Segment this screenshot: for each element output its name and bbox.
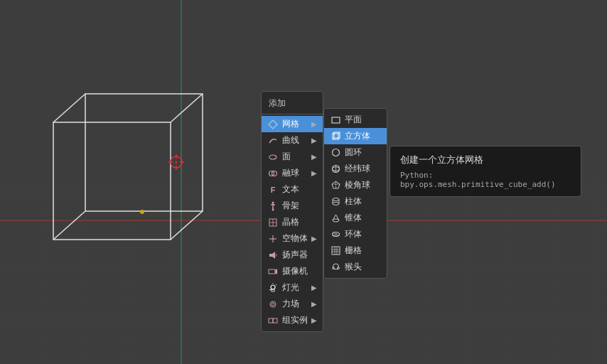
svg-point-75 — [333, 198, 339, 201]
arrow-icon: ▶ — [311, 316, 317, 324]
torus-icon — [330, 229, 341, 240]
svg-point-57 — [270, 301, 276, 307]
surface-icon — [267, 151, 279, 163]
svg-point-36 — [269, 155, 276, 159]
light-icon — [267, 282, 279, 294]
camera-icon — [267, 266, 279, 277]
viewport: 添加 网格 ▶ 曲线 ▶ — [0, 0, 607, 364]
cube-back-face — [85, 94, 203, 211]
menu-item-text[interactable]: F 文本 — [262, 181, 323, 198]
svg-point-58 — [272, 303, 274, 306]
add-menu-title: 添加 — [262, 95, 323, 114]
arrow-icon: ▶ — [311, 284, 317, 291]
svg-point-42 — [272, 208, 274, 210]
arrow-icon: ▶ — [311, 120, 317, 128]
force-icon — [267, 299, 279, 310]
menu-item-mesh[interactable]: 网格 ▶ — [262, 116, 323, 132]
plane-icon — [330, 114, 341, 126]
submenu-item-cone[interactable]: 锥体 — [324, 210, 387, 226]
svg-marker-35 — [269, 120, 277, 129]
arrow-icon: ▶ — [311, 153, 317, 161]
cube-front-face — [53, 122, 171, 240]
menu-item-empty[interactable]: 空物体 ▶ — [262, 230, 323, 247]
tooltip-code: Python: bpy.ops.mesh.primitive_cube_add(… — [400, 171, 571, 189]
menu-item-light[interactable]: 灯光 ▶ — [262, 279, 323, 296]
uvsphere-icon — [330, 164, 341, 175]
svg-line-55 — [269, 289, 272, 290]
svg-marker-49 — [272, 252, 275, 259]
origin-dot — [140, 210, 144, 214]
svg-line-30 — [171, 211, 203, 240]
svg-line-80 — [333, 215, 336, 220]
submenu-item-icosphere[interactable]: 棱角球 — [324, 177, 387, 193]
svg-rect-50 — [269, 269, 275, 274]
menu-item-armature[interactable]: 骨架 — [262, 198, 323, 214]
submenu-item-grid[interactable]: 栅格 — [324, 242, 387, 259]
grid-icon — [330, 245, 341, 257]
mesh-icon — [267, 119, 279, 130]
submenu-item-plane[interactable]: 平面 — [324, 112, 387, 128]
menu-item-curve[interactable]: 曲线 ▶ — [262, 132, 323, 149]
svg-point-52 — [271, 285, 275, 289]
svg-line-29 — [53, 211, 85, 240]
monkey-icon — [330, 262, 341, 273]
metaball-icon — [267, 168, 279, 179]
curve-icon — [267, 135, 279, 146]
menu-item-speaker[interactable]: 扬声器 — [262, 247, 323, 263]
arrow-icon: ▶ — [311, 300, 317, 308]
submenu-item-uvsphere[interactable]: 经纬球 — [324, 161, 387, 177]
empty-icon — [267, 233, 279, 245]
tooltip: 创建一个立方体网格 Python: bpy.ops.mesh.primitive… — [390, 146, 581, 197]
svg-rect-59 — [269, 318, 273, 323]
svg-point-41 — [272, 201, 274, 203]
instance-icon — [267, 315, 279, 326]
svg-line-28 — [171, 94, 203, 122]
lattice-icon — [267, 217, 279, 228]
menu-item-force[interactable]: 力场 ▶ — [262, 296, 323, 312]
submenu-item-torus[interactable]: 环体 — [324, 226, 387, 242]
svg-point-89 — [333, 264, 338, 269]
menu-item-lattice[interactable]: 晶格 — [262, 214, 323, 230]
menu-item-metaball[interactable]: 融球 ▶ — [262, 165, 323, 181]
svg-point-83 — [334, 234, 337, 235]
arrow-icon: ▶ — [311, 235, 317, 242]
svg-rect-61 — [332, 117, 340, 123]
circle-icon — [330, 147, 341, 159]
submenu-item-cube[interactable]: 立方体 — [324, 128, 387, 144]
menu-item-camera[interactable]: 摄像机 — [262, 263, 323, 279]
svg-point-76 — [333, 203, 339, 205]
svg-rect-60 — [273, 318, 277, 323]
submenu-item-circle[interactable]: 圆环 — [324, 144, 387, 161]
text-icon: F — [267, 184, 279, 196]
speaker-icon — [267, 250, 279, 261]
svg-rect-48 — [269, 254, 272, 257]
svg-rect-84 — [332, 247, 340, 255]
cube-icon — [330, 131, 341, 142]
menu-item-instance[interactable]: 组实例 ▶ — [262, 312, 323, 328]
arrow-icon: ▶ — [311, 169, 317, 177]
svg-line-27 — [53, 94, 85, 122]
tooltip-title: 创建一个立方体网格 — [400, 154, 571, 166]
cylinder-icon — [330, 196, 341, 208]
menu-item-surface[interactable]: 面 ▶ — [262, 149, 323, 165]
svg-point-68 — [332, 149, 339, 156]
submenu-item-monkey[interactable]: 猴头 — [324, 259, 387, 275]
svg-point-82 — [332, 232, 339, 237]
icosphere-icon — [330, 180, 341, 191]
submenu-item-cylinder[interactable]: 柱体 — [324, 193, 387, 210]
svg-line-54 — [276, 284, 276, 285]
submenu-mesh: 平面 立方体 圆环 — [323, 108, 387, 279]
armature-icon — [267, 200, 279, 212]
arrow-icon: ▶ — [311, 136, 317, 144]
cone-icon — [330, 213, 341, 224]
3d-cursor-inner — [176, 161, 178, 164]
add-menu: 添加 网格 ▶ 曲线 ▶ — [261, 91, 323, 332]
svg-line-81 — [335, 215, 339, 220]
